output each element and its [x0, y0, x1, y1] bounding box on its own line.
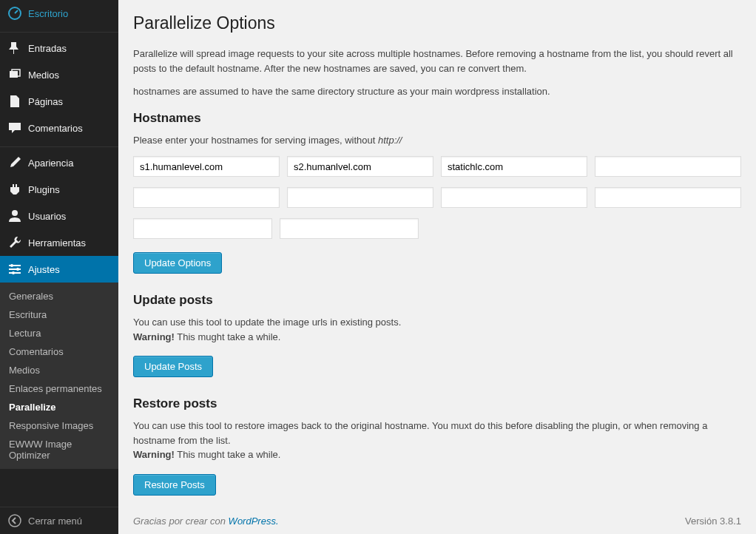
wrench-icon [7, 235, 22, 250]
hostname-input-10[interactable] [280, 218, 419, 239]
svg-point-10 [9, 515, 21, 527]
collapse-menu-button[interactable]: Cerrar menú [0, 507, 118, 534]
hostname-input-4[interactable] [595, 156, 741, 177]
sidebar-item-entradas[interactable]: Entradas [0, 35, 118, 61]
page-title: Parallelize Options [133, 13, 741, 33]
hostnames-hint: Please enter your hostnames for serving … [133, 133, 741, 148]
svg-point-9 [12, 271, 15, 274]
sidebar-item-label: Comentarios [28, 123, 83, 134]
sidebar-item-escritorio[interactable]: Escritorio [0, 0, 118, 27]
submenu-item-medios[interactable]: Medios [0, 361, 118, 379]
footer-thanks: Gracias por crear con WordPress. [133, 516, 279, 527]
sidebar-item-herramientas[interactable]: Herramientas [0, 229, 118, 256]
svg-point-3 [12, 210, 18, 216]
media-icon [7, 67, 22, 82]
menu-separator [0, 29, 118, 33]
menu-separator [0, 143, 118, 147]
intro-paragraph-1: Parallelize will spread image requests t… [133, 47, 741, 75]
hostname-input-6[interactable] [287, 187, 433, 208]
hostname-input-1[interactable] [133, 156, 280, 177]
admin-footer: Gracias por crear con WordPress. Versión… [118, 508, 756, 534]
hostnames-heading: Hostnames [133, 111, 741, 126]
restore-posts-description: You can use this tool to restore images … [133, 419, 741, 462]
sidebar-item-label: Escritorio [28, 8, 68, 19]
main-content: Parallelize Options Parallelize will spr… [118, 0, 756, 534]
collapse-menu-label: Cerrar menú [28, 516, 82, 527]
svg-point-8 [16, 268, 19, 271]
comment-icon [7, 121, 22, 135]
sidebar-item-comentarios[interactable]: Comentarios [0, 115, 118, 141]
hostnames-row-3 [133, 218, 741, 239]
submenu-item-comentarios[interactable]: Comentarios [0, 342, 118, 361]
hostname-input-8[interactable] [595, 187, 741, 208]
sidebar-item-apariencia[interactable]: Apariencia [0, 149, 118, 176]
hostname-input-7[interactable] [441, 187, 587, 208]
sliders-icon [7, 262, 22, 277]
sidebar-item-label: Páginas [28, 96, 63, 107]
collapse-icon [7, 513, 22, 528]
pin-icon [7, 41, 22, 55]
restore-posts-heading: Restore posts [133, 396, 741, 411]
sidebar-item-plugins[interactable]: Plugins [0, 176, 118, 203]
hostnames-row-1 [133, 156, 741, 177]
sidebar-item-label: Medios [28, 70, 59, 81]
submenu-item-ewww[interactable]: EWWW Image Optimizer [0, 435, 118, 464]
hostnames-row-2 [133, 187, 741, 208]
sidebar-item-usuarios[interactable]: Usuarios [0, 203, 118, 229]
submenu-item-responsive-images[interactable]: Responsive Images [0, 416, 118, 435]
update-posts-button[interactable]: Update Posts [133, 356, 213, 377]
version-label: Versión 3.8.1 [685, 516, 741, 527]
user-icon [7, 209, 22, 223]
dashboard-icon [7, 6, 22, 21]
wordpress-link[interactable]: WordPress. [229, 516, 279, 527]
page-icon [7, 94, 22, 109]
brush-icon [7, 155, 22, 170]
sidebar-item-label: Ajustes [28, 264, 60, 275]
admin-sidebar: Escritorio Entradas Medios Páginas Comen… [0, 0, 118, 534]
svg-point-7 [10, 264, 13, 267]
settings-submenu: Generales Escritura Lectura Comentarios … [0, 283, 118, 469]
sidebar-item-label: Herramientas [28, 237, 86, 249]
hostname-input-5[interactable] [133, 187, 280, 208]
sidebar-item-ajustes[interactable]: Ajustes [0, 256, 118, 283]
submenu-item-escritura[interactable]: Escritura [0, 305, 118, 324]
submenu-item-parallelize[interactable]: Parallelize [0, 398, 118, 416]
submenu-item-lectura[interactable]: Lectura [0, 324, 118, 342]
submenu-item-generales[interactable]: Generales [0, 287, 118, 305]
hostname-input-3[interactable] [441, 156, 587, 177]
sidebar-item-label: Usuarios [28, 211, 66, 222]
update-options-button[interactable]: Update Options [133, 252, 222, 274]
sidebar-item-paginas[interactable]: Páginas [0, 88, 118, 115]
sidebar-item-label: Plugins [28, 184, 60, 195]
sidebar-item-label: Entradas [28, 43, 67, 54]
update-posts-heading: Update posts [133, 293, 741, 308]
hostname-input-9[interactable] [133, 218, 272, 239]
restore-posts-button[interactable]: Restore Posts [133, 474, 216, 496]
submenu-item-enlaces[interactable]: Enlaces permanentes [0, 379, 118, 398]
intro-paragraph-2: hostnames are assumed to have the same d… [133, 84, 741, 99]
sidebar-item-medios[interactable]: Medios [0, 61, 118, 88]
hostname-input-2[interactable] [287, 156, 433, 177]
plugin-icon [7, 182, 22, 197]
sidebar-item-label: Apariencia [28, 158, 73, 169]
update-posts-description: You can use this tool to update the imag… [133, 315, 741, 344]
